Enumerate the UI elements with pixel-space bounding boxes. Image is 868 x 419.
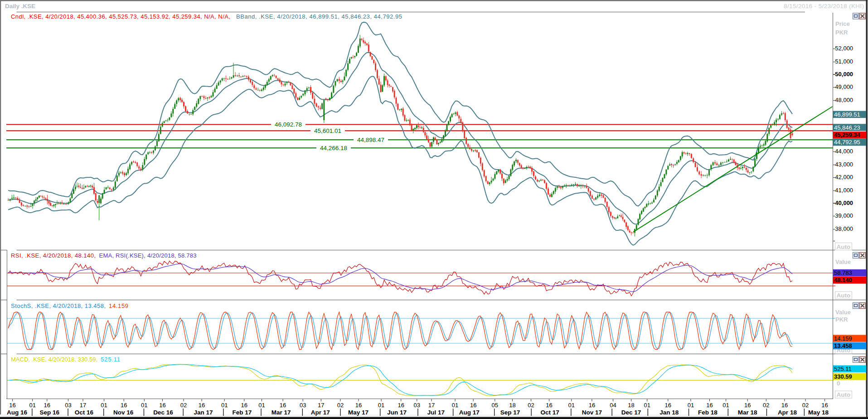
svg-text:16: 16 — [665, 402, 671, 409]
svg-text:16: 16 — [44, 402, 50, 409]
svg-text:01: 01 — [644, 402, 650, 409]
svg-text:17: 17 — [318, 402, 324, 409]
svg-text:01: 01 — [141, 402, 147, 409]
svg-text:Auto: Auto — [837, 244, 851, 250]
svg-text:-51,000: -51,000 — [833, 58, 853, 65]
svg-text:Jan 17: Jan 17 — [194, 409, 213, 416]
svg-text:01: 01 — [688, 402, 694, 409]
svg-text:Daily .KSE: Daily .KSE — [5, 3, 35, 10]
svg-text:02: 02 — [763, 402, 769, 409]
svg-text:Price: Price — [835, 20, 850, 27]
svg-text:Oct 16: Oct 16 — [75, 409, 94, 416]
svg-text:18: 18 — [509, 402, 515, 409]
svg-text:02: 02 — [802, 402, 809, 409]
svg-text:Feb 17: Feb 17 — [232, 409, 252, 416]
svg-text:14.159: 14.159 — [834, 335, 852, 342]
svg-text:330.59: 330.59 — [834, 373, 852, 380]
svg-text:Value: Value — [835, 258, 851, 265]
svg-text:01: 01 — [258, 402, 265, 409]
svg-text:01: 01 — [723, 402, 729, 409]
svg-text:525.11: 525.11 — [834, 365, 852, 372]
svg-text:-48,000: -48,000 — [833, 97, 853, 103]
svg-text:16: 16 — [546, 402, 552, 409]
svg-text:45,846.23: 45,846.23 — [834, 124, 860, 131]
svg-text:Auto: Auto — [837, 292, 851, 299]
svg-text:MACD, .KSE, 4/20/2018, 330.59,: MACD, .KSE, 4/20/2018, 330.59, — [11, 356, 97, 363]
svg-text:16: 16 — [159, 402, 165, 409]
svg-text:01: 01 — [568, 402, 574, 409]
svg-text:16: 16 — [706, 402, 713, 409]
svg-text:-42,000: -42,000 — [833, 174, 853, 180]
svg-text:58.783: 58.783 — [834, 269, 852, 276]
svg-text:StochS, .KSE, 4/20/2018, 13.45: StochS, .KSE, 4/20/2018, 13.458, — [11, 302, 106, 309]
svg-text:-43,000: -43,000 — [833, 161, 853, 168]
svg-text:16: 16 — [199, 402, 205, 409]
svg-text:-40,000: -40,000 — [833, 200, 853, 206]
svg-text:8/15/2016 - 5/23/2018 (KHI): 8/15/2016 - 5/23/2018 (KHI) — [784, 3, 864, 10]
svg-text:01: 01 — [378, 402, 384, 409]
svg-text:Nov 17: Nov 17 — [582, 409, 602, 416]
svg-text:Auto: Auto — [837, 391, 851, 398]
svg-text:-50,000: -50,000 — [833, 71, 853, 78]
svg-text:Apr 18: Apr 18 — [778, 409, 797, 416]
svg-text:16: 16 — [9, 402, 15, 409]
svg-text:-: - — [833, 237, 835, 244]
svg-text:02: 02 — [528, 402, 534, 409]
svg-text:16: 16 — [781, 402, 788, 409]
svg-text:Apr 17: Apr 17 — [311, 409, 330, 416]
svg-text:04: 04 — [610, 402, 616, 409]
svg-text:-41,000: -41,000 — [833, 187, 853, 194]
svg-text:03: 03 — [65, 402, 71, 409]
svg-text:02: 02 — [180, 402, 187, 409]
svg-text:Jul 17: Jul 17 — [427, 409, 445, 416]
svg-text:-38,000: -38,000 — [833, 225, 853, 232]
svg-text:18: 18 — [628, 402, 634, 409]
svg-text:Cndl, .KSE, 4/20/2018, 45,400.: Cndl, .KSE, 4/20/2018, 45,400.36, 45,525… — [11, 13, 230, 20]
svg-text:01: 01 — [29, 402, 35, 409]
svg-text:45,601.01: 45,601.01 — [314, 127, 341, 134]
svg-text:Sep 17: Sep 17 — [500, 409, 520, 416]
svg-text:05: 05 — [492, 402, 498, 409]
svg-text:01: 01 — [452, 402, 458, 409]
svg-text:Aug 17: Aug 17 — [459, 409, 480, 416]
svg-text:Nov 16: Nov 16 — [113, 409, 134, 416]
svg-text:May 18: May 18 — [808, 409, 829, 416]
svg-text:16: 16 — [398, 402, 404, 409]
svg-text:44,266.18: 44,266.18 — [320, 145, 347, 151]
svg-text:Dec 16: Dec 16 — [153, 409, 173, 416]
svg-text:EMA, RSI(.KSE), 4/20/2018, 58.: EMA, RSI(.KSE), 4/20/2018, 58.783 — [99, 252, 197, 259]
svg-text:03: 03 — [300, 402, 306, 409]
svg-text:16: 16 — [241, 402, 247, 409]
svg-text:46,899.51: 46,899.51 — [834, 111, 860, 118]
svg-text:16: 16 — [121, 402, 127, 409]
svg-text:17: 17 — [80, 402, 86, 409]
svg-text:-39,000: -39,000 — [833, 212, 853, 219]
svg-text:45,259.34: 45,259.34 — [834, 132, 861, 138]
svg-text:16: 16 — [821, 402, 828, 409]
svg-text:Dec 17: Dec 17 — [621, 409, 641, 416]
svg-text:Value: Value — [835, 309, 851, 316]
svg-text:PKR: PKR — [835, 29, 848, 36]
svg-text:0: 0 — [837, 380, 840, 387]
svg-text:Sep 16: Sep 16 — [40, 409, 60, 416]
svg-text:May 17: May 17 — [348, 409, 369, 416]
svg-text:17: 17 — [428, 402, 435, 409]
svg-text:13.458: 13.458 — [834, 342, 852, 349]
svg-text:44,792.95: 44,792.95 — [834, 139, 860, 146]
svg-text:02: 02 — [337, 402, 344, 409]
svg-text:01: 01 — [101, 402, 107, 409]
svg-text:16: 16 — [355, 402, 362, 409]
svg-text:16: 16 — [280, 402, 286, 409]
svg-text:Feb 18: Feb 18 — [698, 409, 718, 416]
svg-text:16: 16 — [744, 402, 751, 409]
svg-text:14.159: 14.159 — [109, 302, 128, 309]
svg-text:03: 03 — [414, 402, 420, 409]
svg-text:16: 16 — [589, 402, 595, 409]
svg-text:Mar 18: Mar 18 — [738, 409, 757, 416]
svg-text:-44,000: -44,000 — [833, 148, 853, 155]
svg-text:Jan 18: Jan 18 — [659, 409, 679, 416]
svg-text:-52,000: -52,000 — [833, 45, 853, 52]
svg-text:44,898.47: 44,898.47 — [357, 136, 384, 143]
svg-text:-49,000: -49,000 — [833, 83, 853, 90]
svg-text:Mar 17: Mar 17 — [272, 409, 291, 416]
